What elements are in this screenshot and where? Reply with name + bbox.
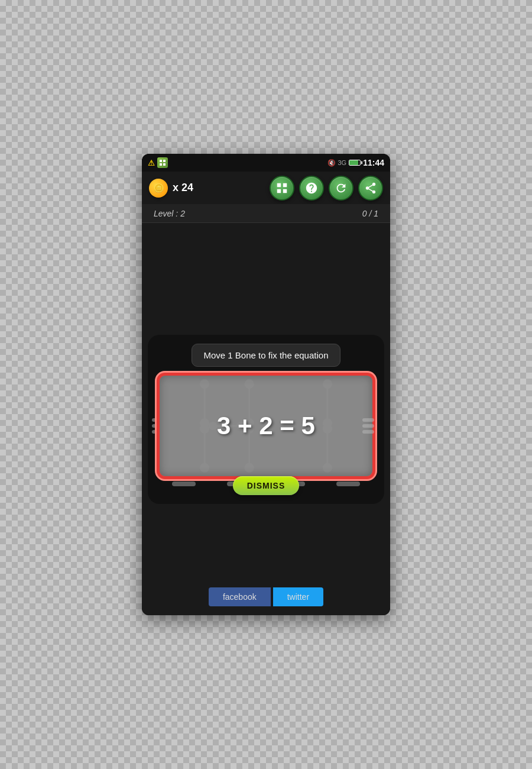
status-left: ⚠	[148, 157, 168, 168]
svg-point-8	[201, 425, 209, 432]
svg-rect-0	[160, 160, 162, 162]
social-bar: facebook twitter	[142, 587, 390, 606]
warning-icon: ⚠	[148, 159, 155, 167]
right-bone-decoration	[362, 418, 380, 434]
svg-point-5	[201, 380, 209, 387]
time-display: 11:44	[363, 158, 384, 167]
coin-count: x 24	[173, 182, 265, 194]
svg-point-17	[323, 380, 331, 387]
coin-icon: 🪙	[149, 179, 168, 198]
instruction-text: Move 1 Bone to fix the equation	[204, 350, 329, 360]
grid-button[interactable]	[270, 176, 294, 201]
battery-icon	[349, 160, 361, 166]
status-right: 🔇 3G 11:44	[327, 158, 385, 167]
game-panel: Move 1 Bone to fix the equation	[148, 335, 384, 504]
level-bar: Level : 2 0 / 1	[142, 204, 390, 223]
equation-display: 3 + 2 = 5	[217, 412, 315, 440]
equation-board-wrapper: 3 + 2 = 5	[157, 373, 375, 479]
mute-icon: 🔇	[327, 159, 336, 167]
phone-screen: ⚠ 🔇 3G 11:44 🪙 x 24	[142, 154, 390, 615]
top-bar: 🪙 x 24	[142, 172, 390, 204]
refresh-button[interactable]	[329, 176, 353, 201]
signal-icon: 3G	[338, 159, 347, 166]
instruction-box: Move 1 Bone to fix the equation	[192, 344, 341, 367]
svg-point-20	[323, 425, 331, 432]
help-button[interactable]	[299, 176, 324, 201]
progress-display: 0 / 1	[362, 209, 378, 218]
svg-point-11	[245, 380, 253, 387]
svg-point-21	[323, 464, 331, 471]
app-icon	[157, 157, 168, 168]
share-button[interactable]	[358, 176, 383, 201]
svg-rect-1	[163, 160, 166, 162]
game-area: Move 1 Bone to fix the equation	[142, 223, 390, 615]
svg-point-15	[245, 464, 253, 471]
svg-rect-2	[160, 163, 162, 166]
facebook-button[interactable]: facebook	[209, 587, 271, 606]
svg-point-23	[210, 422, 216, 429]
svg-point-9	[201, 464, 209, 471]
dismiss-button[interactable]: DISMISS	[233, 476, 300, 495]
level-display: Level : 2	[154, 209, 185, 218]
twitter-button[interactable]: twitter	[273, 587, 323, 606]
equation-board[interactable]: 3 + 2 = 5	[157, 373, 375, 479]
status-bar: ⚠ 🔇 3G 11:44	[142, 154, 390, 172]
svg-rect-3	[163, 163, 166, 166]
